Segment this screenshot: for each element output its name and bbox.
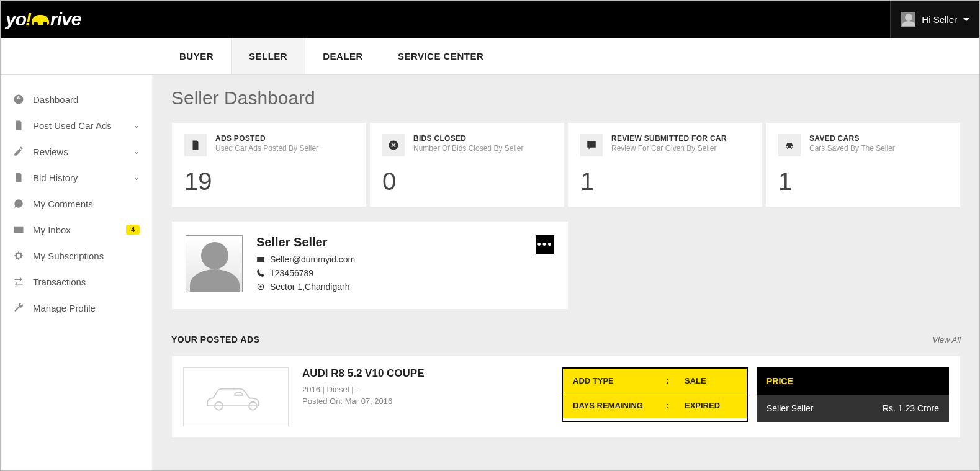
user-greeting: Hi Seller <box>922 14 957 25</box>
sidebar-item-transactions[interactable]: Transactions <box>1 269 152 295</box>
stat-subtitle: Used Car Ads Posted By Seller <box>215 144 318 153</box>
sidebar-item-inbox[interactable]: My Inbox 4 <box>1 217 152 243</box>
profile-card: Seller Seller Seller@dummyid.com 1234567… <box>171 221 569 310</box>
avatar-icon <box>901 12 915 27</box>
car-icon <box>778 134 801 156</box>
ad-posted: Posted On: Mar 07, 2016 <box>302 397 548 406</box>
document-icon <box>13 120 24 131</box>
sidebar-item-dashboard[interactable]: Dashboard <box>1 86 152 112</box>
page-title: Seller Dashboard <box>171 87 961 109</box>
sidebar-item-label: Manage Profile <box>33 303 96 313</box>
tab-seller[interactable]: SELLER <box>231 38 305 74</box>
days-remaining-value: EXPIRED <box>685 401 720 410</box>
chevron-down-icon <box>963 18 969 21</box>
sidebar-item-profile[interactable]: Manage Profile <box>1 295 152 321</box>
stat-title: ADS POSTED <box>215 134 318 143</box>
top-header: yo ! rive Hi Seller <box>1 1 979 38</box>
chevron-down-icon: ⌄ <box>133 147 140 156</box>
profile-avatar <box>186 235 243 292</box>
sidebar-item-subscriptions[interactable]: My Subscriptions <box>1 243 152 269</box>
ad-card: AUDI R8 5.2 V10 COUPE 2016 | Diesel | - … <box>171 356 961 438</box>
stat-ads-posted[interactable]: ADS POSTED Used Car Ads Posted By Seller… <box>171 122 367 207</box>
add-type-label: ADD TYPE <box>573 376 666 385</box>
stat-title: REVIEW SUBMITTED FOR CAR <box>611 134 727 143</box>
price-box: PRICE Seller SellerRs. 1.23 Crore <box>757 367 949 422</box>
logo-car-icon <box>32 15 49 25</box>
sidebar-item-label: Transactions <box>33 277 86 287</box>
sidebar-item-label: Bid History <box>33 173 78 183</box>
top-nav: BUYER SELLER DEALER SERVICE CENTER <box>1 38 979 75</box>
mail-icon <box>13 224 24 235</box>
ad-title[interactable]: AUDI R8 5.2 V10 COUPE <box>302 367 548 380</box>
profile-phone: 123456789 <box>256 268 355 278</box>
car-outline-icon <box>202 380 270 414</box>
logo-exclaim: ! <box>25 9 31 30</box>
sidebar-item-label: My Subscriptions <box>33 251 104 261</box>
stat-subtitle: Number Of Bids Closed By Seller <box>413 144 523 153</box>
user-menu[interactable]: Hi Seller <box>890 1 979 38</box>
sidebar-item-comments[interactable]: My Comments <box>1 191 152 217</box>
stats-row: ADS POSTED Used Car Ads Posted By Seller… <box>171 122 961 207</box>
stat-title: SAVED CARS <box>809 134 895 143</box>
sidebar-item-post-ads[interactable]: Post Used Car Ads ⌄ <box>1 112 152 138</box>
ads-section-head: YOUR POSTED ADS View All <box>171 323 961 356</box>
svg-point-1 <box>259 285 262 288</box>
stat-subtitle: Cars Saved By The Seller <box>809 144 895 153</box>
chevron-down-icon: ⌄ <box>133 173 140 182</box>
profile-menu-button[interactable]: ••• <box>536 235 554 254</box>
main-content: Seller Dashboard ADS POSTED Used Car Ads… <box>153 75 979 470</box>
chevron-down-icon: ⌄ <box>133 121 140 130</box>
price-value: Rs. 1.23 Crore <box>883 403 939 413</box>
close-circle-icon <box>382 134 405 156</box>
sidebar-item-label: Reviews <box>33 146 68 157</box>
ad-status-box: ADD TYPE:SALE DAYS REMAINING:EXPIRED <box>562 367 748 422</box>
profile-name: Seller Seller <box>256 235 355 249</box>
wrench-icon <box>13 302 24 313</box>
logo-text-pre: yo <box>6 9 26 30</box>
phone-icon <box>256 269 265 277</box>
profile-email: Seller@dummyid.com <box>256 254 355 264</box>
pencil-icon <box>13 146 24 157</box>
review-icon <box>580 134 603 156</box>
gear-icon <box>13 250 24 261</box>
dashboard-icon <box>13 94 24 105</box>
stat-saved-cars[interactable]: SAVED CARS Cars Saved By The Seller 1 <box>765 122 961 207</box>
stat-review-submitted[interactable]: REVIEW SUBMITTED FOR CAR Review For Car … <box>567 122 763 207</box>
ad-thumbnail[interactable] <box>183 367 289 426</box>
document-icon <box>184 134 207 156</box>
price-header: PRICE <box>757 367 949 395</box>
stat-subtitle: Review For Car Given By Seller <box>611 144 727 153</box>
stat-value: 1 <box>778 168 948 195</box>
days-remaining-label: DAYS REMAINING <box>573 401 666 410</box>
document-icon <box>13 172 24 183</box>
tab-dealer[interactable]: DEALER <box>305 38 380 74</box>
stat-title: BIDS CLOSED <box>413 134 523 143</box>
logo[interactable]: yo ! rive <box>6 9 81 30</box>
section-title: YOUR POSTED ADS <box>171 334 259 344</box>
logo-text-post: rive <box>50 9 81 30</box>
comment-icon <box>13 198 24 209</box>
tab-buyer[interactable]: BUYER <box>162 38 231 74</box>
sidebar-item-label: Post Used Car Ads <box>33 120 112 131</box>
sidebar: Dashboard Post Used Car Ads ⌄ Reviews ⌄ … <box>1 75 153 470</box>
transaction-icon <box>13 276 24 287</box>
sidebar-item-label: My Comments <box>33 199 93 209</box>
profile-location: Sector 1,Chandigarh <box>256 282 355 292</box>
location-icon <box>256 282 265 291</box>
price-seller: Seller Seller <box>766 403 813 413</box>
add-type-value: SALE <box>685 376 706 385</box>
stat-value: 19 <box>184 168 354 195</box>
ad-meta: 2016 | Diesel | - <box>302 385 548 394</box>
tab-service-center[interactable]: SERVICE CENTER <box>380 38 501 74</box>
sidebar-item-label: My Inbox <box>33 225 71 235</box>
sidebar-item-label: Dashboard <box>33 94 78 105</box>
sidebar-item-bid-history[interactable]: Bid History ⌄ <box>1 164 152 191</box>
stat-value: 0 <box>382 168 552 195</box>
inbox-badge: 4 <box>126 225 140 235</box>
stat-value: 1 <box>580 168 750 195</box>
mail-icon <box>256 255 265 264</box>
stat-bids-closed[interactable]: BIDS CLOSED Number Of Bids Closed By Sel… <box>369 122 565 207</box>
view-all-link[interactable]: View All <box>932 335 961 344</box>
sidebar-item-reviews[interactable]: Reviews ⌄ <box>1 138 152 164</box>
